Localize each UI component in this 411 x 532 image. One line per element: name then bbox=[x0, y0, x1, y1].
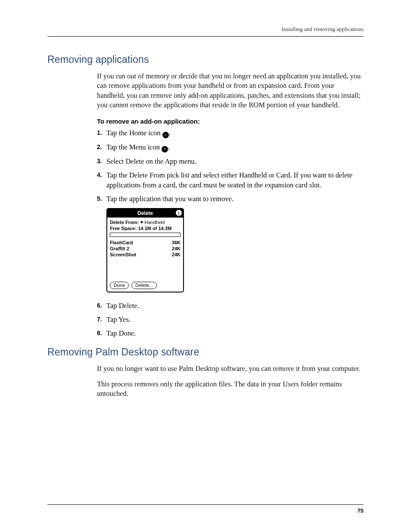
list-item[interactable]: Graffiti 2 24K bbox=[110, 246, 181, 252]
delete-from-row: Delete From: Handheld bbox=[110, 219, 181, 225]
app-size: 36K bbox=[172, 240, 181, 246]
step-text-part: . bbox=[168, 143, 170, 151]
step-number: 1. bbox=[97, 128, 106, 136]
step-text: Tap Done. bbox=[106, 329, 364, 338]
bottom-rule bbox=[47, 504, 364, 505]
home-icon: ⌂ bbox=[162, 132, 169, 138]
dialog-titlebar: Delete i bbox=[107, 209, 183, 218]
step-number: 5. bbox=[97, 194, 106, 202]
running-header: Installing and removing applications bbox=[47, 26, 364, 33]
page-number: 75 bbox=[47, 507, 364, 514]
free-space-row: Free Space: 14.1M of 14.3M bbox=[110, 225, 181, 231]
app-name: ScreenShot bbox=[110, 252, 136, 258]
step-text: Tap Yes. bbox=[106, 315, 364, 324]
step-text-part: . bbox=[169, 129, 171, 137]
step-text: Tap the Home icon ⌂. bbox=[106, 128, 364, 138]
step-text: Tap the Menu icon ≡. bbox=[106, 143, 364, 152]
step-number: 8. bbox=[97, 329, 106, 336]
step-text-part: Tap the Home icon bbox=[106, 129, 162, 137]
top-rule bbox=[47, 36, 364, 37]
delete-from-picklist[interactable]: Handheld bbox=[140, 220, 165, 225]
heading-removing-applications: Removing applications bbox=[47, 54, 364, 65]
menu-icon: ≡ bbox=[162, 146, 168, 152]
app-size: 24K bbox=[172, 246, 181, 252]
step-text-part: Tap the Menu icon bbox=[106, 143, 162, 151]
step-number: 7. bbox=[97, 315, 106, 323]
done-button[interactable]: Done bbox=[110, 282, 129, 289]
list-item[interactable]: ScreenShot 24K bbox=[110, 252, 181, 258]
step-text: Tap the Delete From pick list and select… bbox=[106, 171, 364, 190]
delete-from-label: Delete From: bbox=[110, 220, 139, 225]
app-size: 24K bbox=[172, 252, 181, 258]
dropdown-arrow-icon bbox=[140, 221, 143, 224]
procedure-title: To remove an add-on application: bbox=[97, 118, 364, 125]
palm-delete-dialog: Delete i Delete From: Handheld Free Spac… bbox=[106, 208, 184, 292]
step-number: 3. bbox=[97, 157, 106, 165]
app-list[interactable]: FlashCard 36K Graffiti 2 24K ScreenShot … bbox=[110, 240, 181, 279]
app-name: FlashCard bbox=[110, 240, 133, 246]
dialog-title: Delete bbox=[137, 209, 153, 218]
app-name: Graffiti 2 bbox=[110, 246, 129, 252]
step-number: 6. bbox=[97, 301, 106, 309]
step-text: Tap Delete. bbox=[106, 301, 364, 311]
heading-removing-palm-desktop: Removing Palm Desktop software bbox=[47, 346, 364, 358]
step-number: 4. bbox=[97, 171, 106, 178]
scroll-indicator bbox=[110, 233, 181, 237]
step-text: Select Delete on the App menu. bbox=[106, 157, 364, 166]
step-number: 2. bbox=[97, 143, 106, 150]
list-item[interactable]: FlashCard 36K bbox=[110, 240, 181, 246]
section2-p2: This process removes only the applicatio… bbox=[97, 380, 364, 399]
info-icon[interactable]: i bbox=[176, 210, 182, 216]
intro-paragraph: If you run out of memory or decide that … bbox=[97, 72, 364, 110]
delete-button[interactable]: Delete... bbox=[131, 282, 157, 289]
delete-from-value: Handheld bbox=[144, 220, 165, 225]
section2-p1: If you no longer want to use Palm Deskto… bbox=[97, 364, 364, 373]
steps-list: 1. Tap the Home icon ⌂. 2. Tap the Menu … bbox=[97, 128, 364, 204]
steps-list-continued: 6. Tap Delete. 7. Tap Yes. 8. Tap Done. bbox=[97, 301, 364, 339]
step-text: Tap the application that you want to rem… bbox=[106, 194, 364, 204]
